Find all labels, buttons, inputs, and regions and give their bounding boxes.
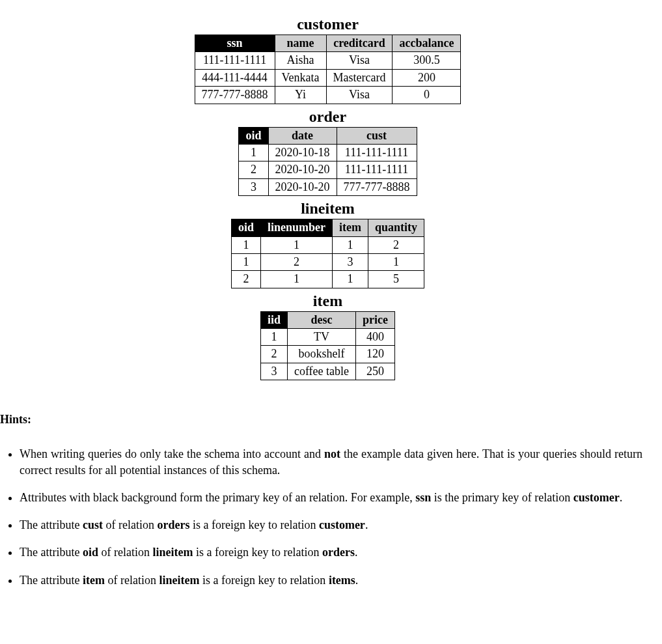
text: is a foreign key to relation bbox=[189, 518, 318, 531]
hint-item: The attribute item of relation lineitem … bbox=[20, 572, 642, 588]
table-row: 3coffee table250 bbox=[260, 363, 394, 380]
table-cell: bookshelf bbox=[287, 346, 355, 363]
table-cell: 1 bbox=[231, 236, 260, 253]
bold-text: oid bbox=[83, 546, 98, 559]
table-cell: Visa bbox=[326, 52, 393, 69]
table-title: customer bbox=[0, 16, 655, 33]
table-cell: 2020-10-20 bbox=[268, 178, 337, 195]
table-cell: coffee table bbox=[287, 363, 355, 380]
table-cell: 111-111-1111 bbox=[337, 144, 417, 161]
column-header: price bbox=[356, 311, 395, 328]
table-cell: Venkata bbox=[275, 69, 326, 86]
table-cell: 1 bbox=[239, 144, 268, 161]
table-cell: TV bbox=[287, 329, 355, 346]
text: The attribute bbox=[20, 546, 83, 559]
table-cell: 400 bbox=[356, 329, 395, 346]
table-row: 111-111-1111AishaVisa300.5 bbox=[195, 52, 461, 69]
table-row: 2bookshelf120 bbox=[260, 346, 394, 363]
hints-list: When writing queries do only take the sc… bbox=[20, 446, 642, 588]
table-cell: 300.5 bbox=[393, 52, 461, 69]
table-customer: customerssnnamecreditcardaccbalance111-1… bbox=[0, 16, 655, 104]
table-title: lineitem bbox=[0, 200, 655, 217]
table-cell: 1 bbox=[333, 271, 368, 288]
text: . bbox=[620, 491, 623, 504]
text: is a foreign key to relation bbox=[193, 546, 322, 559]
hint-item: The attribute oid of relation lineitem i… bbox=[20, 544, 642, 560]
table-cell: 777-777-8888 bbox=[337, 178, 417, 195]
table-cell: 444-111-4444 bbox=[195, 69, 275, 86]
table-cell: 1 bbox=[231, 253, 260, 270]
table-row: 1231 bbox=[231, 253, 424, 270]
column-header: accbalance bbox=[393, 35, 461, 52]
table-cell: 200 bbox=[393, 69, 461, 86]
table-cell: Visa bbox=[326, 87, 393, 104]
column-header: iid bbox=[260, 311, 287, 328]
column-header: linenumber bbox=[260, 219, 332, 236]
table-row: 1TV400 bbox=[260, 329, 394, 346]
table-row: 1112 bbox=[231, 236, 424, 253]
bold-text: orders bbox=[157, 518, 189, 531]
column-header: date bbox=[268, 127, 337, 144]
column-header: quantity bbox=[368, 219, 424, 236]
bold-text: customer bbox=[573, 491, 620, 504]
bold-text: not bbox=[324, 447, 340, 460]
bold-text: items bbox=[329, 574, 355, 587]
column-header: ssn bbox=[195, 35, 275, 52]
table-cell: 0 bbox=[393, 87, 461, 104]
table-title: order bbox=[0, 108, 655, 126]
table-cell: 3 bbox=[239, 178, 268, 195]
bold-text: item bbox=[83, 574, 105, 587]
hint-item: When writing queries do only take the sc… bbox=[20, 446, 642, 478]
table-cell: Mastercard bbox=[326, 69, 393, 86]
table-row: 2115 bbox=[231, 271, 424, 288]
hint-item: Attributes with black background form th… bbox=[20, 490, 642, 505]
bold-text: orders bbox=[322, 546, 355, 559]
relation-table: oiddatecust12020-10-18111-111-111122020-… bbox=[238, 127, 417, 197]
table-order: orderoiddatecust12020-10-18111-111-11112… bbox=[0, 108, 655, 197]
table-cell: 2 bbox=[239, 161, 268, 178]
table-cell: 3 bbox=[260, 363, 287, 380]
bold-text: ssn bbox=[415, 491, 431, 504]
table-title: item bbox=[0, 292, 655, 310]
table-cell: 2 bbox=[368, 236, 424, 253]
table-row: 444-111-4444VenkataMastercard200 bbox=[195, 69, 461, 86]
text: of relation bbox=[105, 574, 159, 587]
table-cell: Aisha bbox=[275, 52, 326, 69]
column-header: oid bbox=[239, 127, 268, 144]
text: is a foreign key to relation bbox=[199, 574, 328, 587]
table-cell: 5 bbox=[368, 271, 424, 288]
table-cell: 2020-10-20 bbox=[268, 161, 337, 178]
text: The attribute bbox=[20, 574, 83, 587]
relation-table: oidlinenumberitemquantity111212312115 bbox=[231, 219, 424, 288]
text: . bbox=[365, 518, 368, 531]
table-cell: 1 bbox=[260, 329, 287, 346]
text: is the primary key of relation bbox=[431, 491, 573, 504]
column-header: cust bbox=[337, 127, 417, 144]
column-header: creditcard bbox=[326, 35, 393, 52]
table-cell: 1 bbox=[368, 253, 424, 270]
text: of relation bbox=[98, 546, 152, 559]
table-cell: 120 bbox=[356, 346, 395, 363]
text: . bbox=[355, 546, 358, 559]
table-lineitem: lineitemoidlinenumberitemquantity1112123… bbox=[0, 200, 655, 288]
relation-table: iiddescprice1TV4002bookshelf1203coffee t… bbox=[260, 311, 395, 381]
relation-table: ssnnamecreditcardaccbalance111-111-1111A… bbox=[195, 35, 462, 104]
table-row: 12020-10-18111-111-1111 bbox=[239, 144, 417, 161]
text: of relation bbox=[103, 518, 157, 531]
text: . bbox=[355, 574, 359, 587]
table-cell: 1 bbox=[260, 271, 332, 288]
hint-item: The attribute cust of relation orders is… bbox=[20, 517, 642, 533]
bold-text: cust bbox=[83, 518, 103, 531]
table-cell: 1 bbox=[260, 236, 332, 253]
table-cell: 3 bbox=[333, 253, 368, 270]
table-cell: 2 bbox=[231, 271, 260, 288]
table-cell: 777-777-8888 bbox=[195, 87, 275, 104]
table-cell: 250 bbox=[356, 363, 395, 380]
table-cell: 2 bbox=[260, 346, 287, 363]
table-cell: 2 bbox=[260, 253, 332, 270]
table-row: 22020-10-20111-111-1111 bbox=[239, 161, 417, 178]
column-header: name bbox=[275, 35, 326, 52]
bold-text: lineitem bbox=[159, 574, 199, 587]
tables-area: customerssnnamecreditcardaccbalance111-1… bbox=[0, 16, 655, 380]
table-row: 777-777-8888YiVisa0 bbox=[195, 87, 461, 104]
